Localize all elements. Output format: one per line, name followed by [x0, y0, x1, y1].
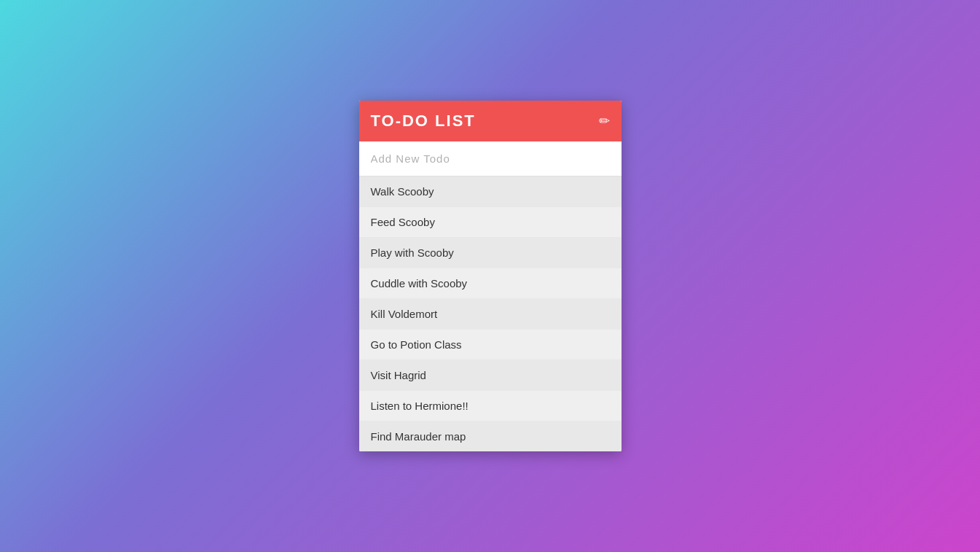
todo-item[interactable]: Feed Scooby: [359, 207, 622, 238]
add-todo-row[interactable]: [359, 141, 622, 176]
todo-title: TO-DO LIST: [371, 112, 476, 131]
todo-card: TO-DO LIST ✏ Walk ScoobyFeed ScoobyPlay …: [359, 101, 622, 451]
todo-item[interactable]: Walk Scooby: [359, 176, 622, 207]
todo-item[interactable]: Visit Hagrid: [359, 360, 622, 391]
add-todo-input[interactable]: [371, 152, 610, 165]
todo-item[interactable]: Listen to Hermione!!: [359, 391, 622, 421]
todo-item[interactable]: Kill Voldemort: [359, 299, 622, 330]
todo-list: Walk ScoobyFeed ScoobyPlay with ScoobyCu…: [359, 176, 622, 451]
todo-item[interactable]: Cuddle with Scooby: [359, 268, 622, 299]
todo-header: TO-DO LIST ✏: [359, 101, 622, 141]
todo-item[interactable]: Play with Scooby: [359, 238, 622, 268]
edit-icon[interactable]: ✏: [599, 113, 610, 129]
todo-item[interactable]: Go to Potion Class: [359, 330, 622, 360]
todo-item[interactable]: Find Marauder map: [359, 421, 622, 451]
